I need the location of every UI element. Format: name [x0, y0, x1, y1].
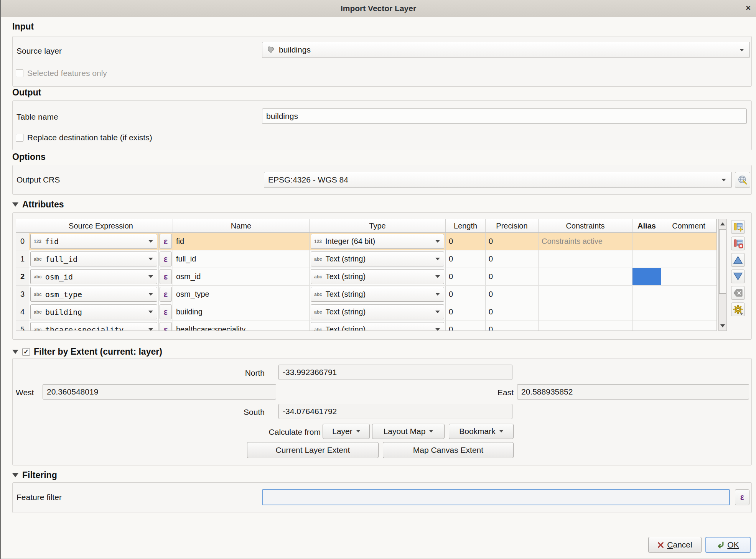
expression-builder-button[interactable]: ε	[160, 269, 172, 284]
cell-dropdown[interactable]: 123fid	[30, 234, 157, 249]
constraints-cell[interactable]	[539, 286, 632, 303]
delete-field-button[interactable]	[731, 237, 745, 250]
comment-cell[interactable]	[661, 268, 716, 285]
length-cell[interactable]: 0	[446, 268, 486, 285]
expression-cell: ε	[159, 286, 173, 303]
cell-dropdown[interactable]: abcText (string)	[311, 252, 444, 266]
move-field-down-button[interactable]	[731, 270, 745, 283]
source-layer-dropdown[interactable]: buildings	[262, 42, 750, 58]
field-options-button[interactable]	[731, 303, 745, 316]
alias-cell[interactable]	[632, 303, 661, 321]
name-cell[interactable]: building	[173, 303, 310, 321]
replace-table-checkbox[interactable]	[16, 134, 23, 141]
alias-cell[interactable]	[632, 286, 661, 303]
extent-section-title: Filter by Extent (current: layer)	[34, 347, 162, 357]
close-icon[interactable]: ×	[746, 3, 751, 13]
output-crs-dropdown[interactable]: EPSG:4326 - WGS 84	[264, 172, 732, 188]
expression-builder-button[interactable]: ε	[160, 234, 172, 249]
calc-from-layer-button[interactable]: Layer	[323, 424, 370, 439]
expression-builder-button[interactable]: ε	[160, 287, 172, 302]
cell-dropdown[interactable]: abcthcare:speciality	[30, 322, 157, 331]
scroll-down-icon[interactable]	[720, 324, 725, 327]
precision-cell[interactable]: 0	[486, 286, 539, 303]
expression-builder-button[interactable]: ε	[160, 322, 172, 331]
length-cell[interactable]: 0	[446, 250, 486, 268]
select-crs-button[interactable]	[735, 172, 750, 188]
comment-cell[interactable]	[661, 286, 716, 303]
name-cell[interactable]: osm_type	[173, 286, 310, 303]
precision-cell[interactable]: 0	[486, 303, 539, 321]
scrollbar-thumb[interactable]	[719, 229, 726, 294]
selected-features-checkbox[interactable]	[16, 69, 23, 77]
expression-builder-button[interactable]: ε	[160, 252, 172, 266]
filter-expression-button[interactable]: ε	[735, 489, 749, 505]
constraints-cell[interactable]	[539, 268, 632, 285]
length-cell[interactable]: 0	[446, 303, 486, 321]
length-cell[interactable]: 0	[446, 321, 486, 331]
comment-cell[interactable]	[661, 321, 716, 331]
length-cell[interactable]: 0	[446, 233, 486, 250]
add-field-button[interactable]	[731, 220, 745, 234]
name-cell[interactable]: healthcare:speciality	[173, 321, 310, 331]
expression-epsilon-icon: ε	[740, 492, 744, 502]
precision-cell[interactable]: 0	[486, 233, 539, 250]
west-input[interactable]	[43, 384, 276, 400]
constraints-cell[interactable]	[539, 250, 632, 268]
row-number[interactable]: 1	[16, 250, 29, 268]
comment-cell[interactable]	[661, 303, 716, 321]
cell-dropdown[interactable]: abcosm_type	[30, 287, 157, 302]
titlebar[interactable]: Import Vector Layer ×	[1, 0, 756, 17]
precision-cell[interactable]: 0	[486, 268, 539, 285]
row-number[interactable]: 5	[16, 321, 29, 331]
precision-cell[interactable]: 0	[486, 321, 539, 331]
row-number[interactable]: 0	[16, 233, 29, 250]
alias-cell[interactable]	[632, 233, 661, 250]
scroll-up-icon[interactable]	[720, 222, 725, 225]
expression-builder-button[interactable]: ε	[160, 304, 172, 319]
cell-dropdown[interactable]: 123Integer (64 bit)	[311, 234, 444, 249]
constraints-cell[interactable]	[539, 321, 632, 331]
cell-dropdown[interactable]: abcosm_id	[30, 269, 157, 284]
attributes-scrollbar[interactable]	[718, 219, 727, 331]
expression-epsilon-icon: ε	[164, 254, 168, 264]
reset-fields-button[interactable]	[731, 286, 745, 300]
row-number[interactable]: 3	[16, 286, 29, 303]
south-input[interactable]	[278, 404, 512, 419]
cell-dropdown[interactable]: abcText (string)	[311, 322, 444, 331]
table-name-input[interactable]	[262, 109, 747, 124]
ok-button[interactable]: OK	[705, 537, 751, 553]
comment-cell[interactable]	[661, 233, 716, 250]
name-cell[interactable]: full_id	[173, 250, 310, 268]
row-number[interactable]: 4	[16, 303, 29, 321]
alias-cell[interactable]	[632, 268, 661, 285]
name-cell[interactable]: fid	[173, 233, 310, 250]
cell-dropdown[interactable]: abcbuilding	[30, 304, 157, 319]
comment-cell[interactable]	[661, 250, 716, 268]
attributes-section-header[interactable]: Attributes	[12, 199, 64, 210]
extent-section-header[interactable]: ✓ Filter by Extent (current: layer)	[12, 347, 162, 357]
feature-filter-input[interactable]	[262, 489, 730, 505]
name-cell[interactable]: osm_id	[173, 268, 310, 285]
extent-enabled-checkbox[interactable]: ✓	[22, 348, 30, 356]
constraints-cell[interactable]: Constraints active	[539, 233, 632, 250]
calc-from-bookmark-button[interactable]: Bookmark	[449, 424, 514, 439]
row-number[interactable]: 2	[16, 268, 29, 285]
attributes-group: Source Expression Name Type Length Preci…	[12, 212, 752, 340]
cell-dropdown[interactable]: abcText (string)	[311, 304, 444, 319]
move-field-up-button[interactable]	[731, 253, 745, 267]
length-cell[interactable]: 0	[446, 286, 486, 303]
cell-dropdown[interactable]: abcfull_id	[30, 252, 157, 266]
calc-from-layout-map-button[interactable]: Layout Map	[372, 424, 445, 439]
cell-dropdown[interactable]: abcText (string)	[311, 269, 444, 284]
north-input[interactable]	[278, 365, 512, 380]
filtering-section-header[interactable]: Filtering	[12, 470, 57, 480]
current-layer-extent-button[interactable]: Current Layer Extent	[247, 442, 379, 458]
alias-cell[interactable]	[632, 250, 661, 268]
cancel-button[interactable]: Cancel	[648, 537, 702, 553]
alias-cell[interactable]	[632, 321, 661, 331]
precision-cell[interactable]: 0	[486, 250, 539, 268]
constraints-cell[interactable]	[539, 303, 632, 321]
map-canvas-extent-button[interactable]: Map Canvas Extent	[383, 442, 514, 458]
east-input[interactable]	[517, 384, 749, 400]
cell-dropdown[interactable]: abcText (string)	[311, 287, 444, 302]
